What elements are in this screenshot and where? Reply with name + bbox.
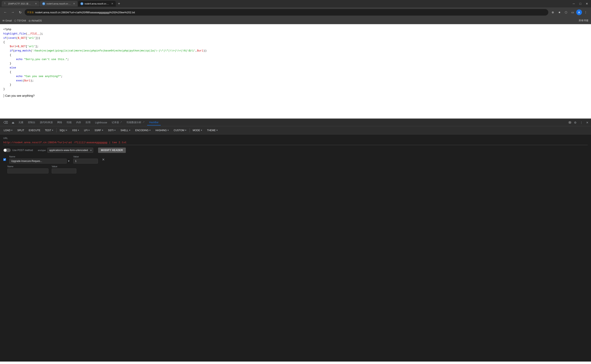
header-name-input[interactable]: [9, 159, 67, 163]
hackbar-ssrf-button[interactable]: SSRF ▼: [93, 128, 106, 133]
lfi-dropdown-icon: ▼: [88, 129, 90, 131]
address-bar[interactable]: 不安全 node4.anna.nssctf.cn:28834/?url=c\at…: [25, 9, 548, 16]
tab-1-close[interactable]: ✕: [35, 2, 37, 5]
tab-2-close[interactable]: ✕: [73, 2, 75, 5]
devtools-gear-icon[interactable]: ⚙: [573, 120, 578, 125]
hackbar-toolbar: LOAD ▼ SPLIT EXECUTE TEST ▼ SQLI ▼ XSS ▼…: [0, 126, 591, 134]
code-line-13: exec($url);: [3, 79, 588, 83]
output-message: Can you see anything?: [5, 93, 34, 98]
translate-icon[interactable]: ⊕: [550, 9, 556, 15]
security-badge: 不安全: [27, 11, 34, 14]
devtools-tab-console[interactable]: 控制台: [26, 119, 37, 125]
bookmark-alchat-label: AlchatOS: [31, 19, 42, 22]
hackbar-xss-button[interactable]: XSS ▼: [70, 128, 81, 133]
browser-chrome: S [SWPUCTF 2021 新生赛]final... ✕ N node4.a…: [0, 0, 591, 24]
devtools-tab-elements[interactable]: 元素: [16, 119, 26, 125]
extension-icon[interactable]: ⬡: [563, 9, 569, 15]
header-2-name-label: Name: [7, 165, 48, 168]
header-2-name-input[interactable]: [7, 169, 48, 173]
devtools-more-icon[interactable]: ⋮: [579, 120, 584, 125]
header-1-checkbox[interactable]: [3, 158, 6, 161]
devtools-tab-device[interactable]: ⏏: [10, 120, 16, 125]
tab-bar-right: ─ □ ✕: [571, 1, 589, 6]
hackbar-load-button[interactable]: LOAD ▼: [2, 128, 15, 133]
address-bar-row: ← → ↻ 不安全 node4.anna.nssctf.cn:28834/?ur…: [0, 7, 591, 17]
hackbar-hashing-button[interactable]: HASHING ▼: [154, 128, 171, 133]
devtools-tab-application[interactable]: 应用: [84, 119, 93, 125]
profile-button[interactable]: A: [576, 9, 582, 15]
tab-3[interactable]: N node4.anna.nssctf.cn:28834/... ✕: [78, 1, 116, 6]
load-dropdown-icon: ▼: [11, 129, 13, 131]
code-line-6: if(preg_match('/bash|nc|wget|ping|ls|cat…: [3, 49, 588, 53]
forward-button[interactable]: →: [10, 9, 16, 15]
enctype-label: enctype: [38, 149, 46, 151]
modify-header-button[interactable]: MODIFY HEADER: [98, 148, 126, 153]
menu-icon[interactable]: ⋮: [583, 9, 589, 15]
url-input[interactable]: [3, 140, 588, 145]
devtools-tab-hackbar[interactable]: HackBar: [147, 120, 161, 125]
bookmarks-bar: ✉ Gmail ⬡ TSY244 ◎ AlchatOS 所有书签: [0, 17, 591, 24]
hashing-dropdown-icon: ▼: [167, 129, 169, 131]
header-1-close-icon[interactable]: ✕: [102, 158, 105, 162]
url-label: URL: [3, 137, 588, 139]
header-value-col: Value: [73, 155, 98, 163]
bookmark-tsy244[interactable]: ⬡ TSY244: [14, 19, 26, 22]
devtools-close-icon[interactable]: ✕: [585, 120, 589, 125]
toolbar-divider-1: [56, 128, 57, 132]
new-tab-button[interactable]: +: [116, 1, 122, 6]
devtools-tab-responsive[interactable]: ⌫: [2, 120, 10, 125]
github-icon: ⬡: [14, 19, 16, 22]
shell-dropdown-icon: ▼: [129, 129, 131, 131]
back-button[interactable]: ←: [2, 9, 8, 15]
code-line-8: echo "Sorry,you can't use this.";: [3, 57, 588, 62]
enctype-select[interactable]: application/x-www-form-urlencoded multip…: [47, 148, 93, 153]
enctype-wrap: enctype application/x-www-form-urlencode…: [38, 148, 93, 153]
header-value-input[interactable]: [73, 159, 98, 163]
split-screen-icon[interactable]: ▭: [570, 9, 575, 15]
encoding-dropdown-icon: ▼: [149, 129, 151, 131]
maximize-button[interactable]: □: [578, 1, 583, 6]
gmail-icon: ✉: [2, 19, 5, 22]
hackbar-custom-button[interactable]: CUSTOM ▼: [172, 128, 189, 133]
address-bar-icons: ⊕ ★ ⬡ ▭ A ⋮: [550, 9, 589, 15]
bookmark-gmail[interactable]: ✉ Gmail: [2, 19, 12, 22]
hackbar-split-button[interactable]: SPLIT: [15, 128, 26, 133]
hackbar-ssti-button[interactable]: SSTI ▼: [106, 128, 118, 133]
all-bookmarks-link[interactable]: 所有书签: [579, 19, 589, 22]
devtools-tab-performance[interactable]: 性能: [65, 119, 74, 125]
devtools-tab-network[interactable]: 网络: [55, 119, 64, 125]
enctype-select-wrap: application/x-www-form-urlencoded multip…: [47, 148, 93, 153]
hackbar-test-button[interactable]: TEST ▼: [43, 128, 56, 133]
close-window-button[interactable]: ✕: [584, 1, 589, 6]
devtools-tab-source[interactable]: 源代码/来源: [38, 119, 55, 125]
hackbar-theme-button[interactable]: THEME ▼: [205, 128, 220, 133]
tab-3-title: node4.anna.nssctf.cn:28834/...: [85, 2, 109, 5]
devtools-tab-memory[interactable]: 内存: [74, 119, 83, 125]
tab-2[interactable]: N node4.anna.nssctf.cn:28834/... ✕: [40, 1, 78, 6]
devtools-tab-recorder[interactable]: 记录器 ↗: [110, 119, 124, 125]
hackbar-body: URL Use POST method enctype application/…: [0, 134, 591, 362]
hackbar-mode-button[interactable]: MODE ▼: [191, 128, 205, 133]
hackbar-sqli-button[interactable]: SQLI ▼: [57, 128, 70, 133]
hackbar-lfi-button[interactable]: LFI ▼: [82, 128, 92, 133]
minimize-button[interactable]: ─: [571, 1, 576, 6]
post-method-toggle[interactable]: [3, 148, 11, 152]
tab-bar-left: S [SWPUCTF 2021 新生赛]final... ✕ N node4.a…: [2, 1, 571, 6]
devtools-tab-lighthouse[interactable]: Lighthouse: [93, 120, 109, 125]
header-2-value-input[interactable]: [52, 169, 76, 173]
header-name-dropdown-icon[interactable]: ▼: [67, 160, 70, 162]
bookmark-icon[interactable]: ★: [557, 9, 562, 15]
header-value-label: Value: [73, 155, 98, 158]
hackbar-shell-button[interactable]: SHELL ▼: [118, 128, 133, 133]
bookmark-alchat[interactable]: ◎ AlchatOS: [28, 19, 42, 22]
tab-1[interactable]: S [SWPUCTF 2021 新生赛]final... ✕: [2, 1, 39, 6]
reload-button[interactable]: ↻: [17, 9, 23, 15]
devtools-tab-performance-insights[interactable]: 性能数据分析 ↗: [125, 119, 147, 125]
hackbar-encoding-button[interactable]: ENCODING ▼: [133, 128, 153, 133]
tab-3-close[interactable]: ✕: [111, 2, 113, 5]
post-method-label: Use POST method: [12, 149, 33, 152]
hackbar-execute-button[interactable]: EXECUTE: [27, 128, 42, 133]
tab-1-favicon: S: [4, 2, 7, 5]
theme-dropdown-icon: ▼: [216, 129, 218, 131]
address-text: node4.anna.nssctf.cn:28834/?url=c\at%20/…: [35, 11, 546, 14]
